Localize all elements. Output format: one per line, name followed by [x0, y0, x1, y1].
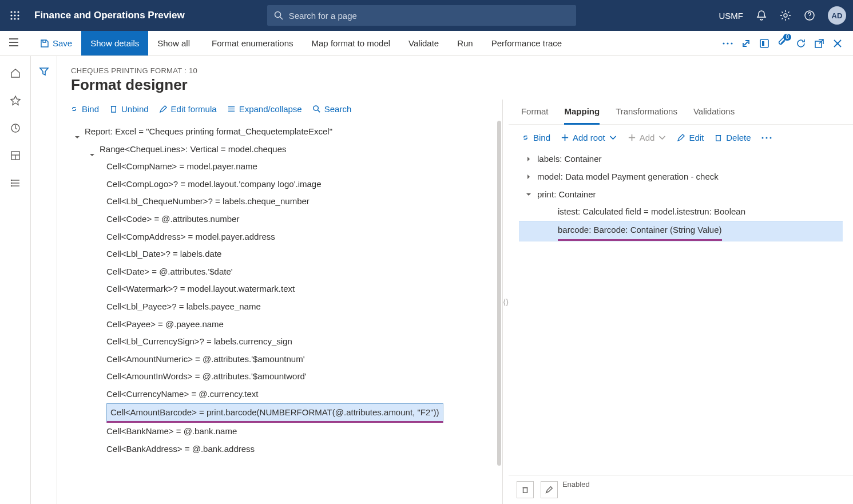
tree-search-button[interactable]: Search [312, 104, 352, 114]
mapping-node-model[interactable]: model: Data model Payment generation - c… [519, 168, 843, 186]
map-format-button[interactable]: Map format to model [303, 31, 400, 55]
office-icon[interactable] [759, 38, 769, 49]
svg-point-42 [314, 106, 318, 110]
add-button[interactable]: Add [628, 133, 667, 142]
tree-node-cell[interactable]: Cell<Date> = @.attributes.'$date' [70, 263, 495, 281]
search-placeholder: Search for a page [289, 11, 357, 21]
tree-node-cell[interactable]: Cell<Watermark>? = model.layout.watermar… [70, 280, 495, 298]
tree-node-cell[interactable]: Cell<Code> = @.attributes.number [70, 211, 495, 228]
tree-node-cell[interactable]: Cell<CompName> = model.payer.name [70, 158, 495, 176]
tree-node-root[interactable]: Report: Excel = "Cheques printing format… [70, 123, 495, 141]
edit-button[interactable]: Edit [677, 133, 704, 142]
mapping-toolbar: Bind Add root Add Edit [509, 125, 853, 147]
tree-node-cell[interactable]: Cell<CompLogo>? = model.layout.'company … [70, 176, 495, 193]
actionbar-right-icons: 0 [723, 31, 853, 55]
star-icon[interactable] [10, 95, 21, 106]
format-toolbar: Bind Unbind Edit formula Expand/collapse [57, 100, 502, 121]
expand-collapse-button[interactable]: Expand/collapse [227, 104, 302, 114]
mapping-node-print[interactable]: print: Container [519, 186, 843, 204]
bell-icon[interactable] [756, 10, 767, 21]
delete-button[interactable]: Delete [714, 133, 751, 142]
tree-node-range[interactable]: Range<ChequeLines>: Vertical = model.che… [70, 141, 495, 158]
tree-node-cell[interactable]: Cell<AmountNumeric> = @.attributes.'$amo… [70, 351, 495, 368]
tree-node-cell[interactable]: Cell<Lbl_ChequeNumber>? = labels.cheque_… [70, 193, 495, 211]
close-icon[interactable] [832, 38, 843, 49]
mapping-tree[interactable]: labels: Container model: Data model Paym… [509, 147, 853, 245]
show-all-button[interactable]: Show all [148, 31, 203, 55]
action-search-button[interactable] [571, 31, 589, 55]
tree-node-cell[interactable]: Cell<CompAddress> = model.payer.address [70, 228, 495, 246]
format-tree[interactable]: Report: Excel = "Cheques printing format… [57, 121, 502, 504]
filter-pane-toggle[interactable] [31, 56, 57, 504]
validate-button[interactable]: Validate [399, 31, 448, 55]
svg-rect-37 [112, 106, 116, 112]
bind-button[interactable]: Bind [70, 104, 99, 114]
svg-point-19 [723, 42, 724, 44]
svg-point-34 [11, 180, 11, 181]
left-nav-rail [0, 56, 31, 504]
help-icon[interactable] [804, 10, 815, 21]
home-icon[interactable] [10, 68, 21, 79]
svg-point-2 [17, 11, 19, 13]
workspace-icon[interactable] [10, 150, 21, 161]
save-label: Save [53, 38, 72, 48]
tab-format[interactable]: Format [521, 104, 549, 124]
user-avatar[interactable]: AD [828, 6, 846, 25]
tree-node-cell[interactable]: Cell<BankAddress> = @.bank.address [70, 440, 495, 458]
show-all-label: Show all [157, 38, 190, 48]
property-bar: Enabled [509, 475, 853, 504]
svg-point-36 [11, 186, 11, 186]
delete-property-button[interactable] [517, 481, 534, 498]
mapping-node-barcode[interactable]: barcode: Barcode: Container (String Valu… [519, 221, 843, 241]
enabled-label: Enabled [562, 480, 590, 489]
scrollbar[interactable] [497, 121, 501, 466]
add-root-button[interactable]: Add root [561, 133, 617, 142]
edit-property-button[interactable] [541, 481, 558, 498]
tree-node-cell[interactable]: Cell<Lbl_CurrencySign>? = labels.currenc… [70, 333, 495, 351]
attachments-icon[interactable]: 0 [777, 37, 788, 49]
more-icon[interactable] [761, 137, 772, 139]
hamburger-icon[interactable] [8, 37, 19, 50]
svg-point-20 [727, 42, 728, 44]
edit-formula-button[interactable]: Edit formula [159, 104, 217, 114]
tree-node-cell[interactable]: Cell<BankName> = @.bank.name [70, 423, 495, 440]
svg-point-35 [11, 183, 11, 184]
company-code[interactable]: USMF [719, 11, 744, 21]
pane-splitter[interactable]: ⟨⟩ [503, 100, 509, 504]
tree-node-cell[interactable]: Cell<Lbl_Payee>? = labels.payee_name [70, 298, 495, 316]
tab-transformations[interactable]: Transformations [616, 104, 677, 124]
tree-node-cell[interactable]: Cell<CurrencyName> = @.currency.text [70, 386, 495, 403]
format-enumerations-button[interactable]: Format enumerations [203, 31, 303, 55]
refresh-icon[interactable] [796, 38, 806, 49]
modules-icon[interactable] [10, 177, 21, 189]
mapping-node-istest[interactable]: istest: Calculated field = model.istestr… [519, 203, 843, 221]
performance-trace-button[interactable]: Performance trace [482, 31, 571, 55]
show-details-label: Show details [90, 38, 139, 48]
tree-node-cell[interactable]: Cell<Payee> = @.payee.name [70, 316, 495, 334]
run-button[interactable]: Run [448, 31, 482, 55]
svg-point-11 [784, 14, 787, 17]
unbind-button[interactable]: Unbind [109, 104, 149, 114]
topnav-right: USMF AD [719, 6, 847, 25]
save-button[interactable]: Save [31, 31, 81, 55]
mapping-bind-button[interactable]: Bind [521, 133, 550, 142]
app-launcher-icon[interactable] [7, 7, 23, 23]
gear-icon[interactable] [780, 10, 791, 21]
svg-point-7 [14, 18, 15, 19]
link-icon[interactable] [741, 38, 751, 49]
mapping-node-labels[interactable]: labels: Container [519, 150, 843, 168]
page-title: Format designer [57, 76, 853, 100]
tree-node-cell[interactable]: Cell<AmountInWords> = @.attributes.'$amo… [70, 368, 495, 386]
breadcrumb: CHEQUES PRINTING FORMAT : 10 [57, 56, 853, 76]
tree-node-selected[interactable]: Cell<AmountBarcode> = print.barcode(NUMB… [70, 403, 495, 423]
tree-node-cell[interactable]: Cell<Lbl_Date>? = labels.date [70, 245, 495, 263]
popout-icon[interactable] [814, 38, 824, 49]
clock-icon[interactable] [10, 122, 21, 134]
global-search[interactable]: Search for a page [267, 5, 576, 26]
more-icon[interactable] [723, 38, 733, 49]
tab-validations[interactable]: Validations [693, 104, 735, 124]
top-nav: Finance and Operations Preview Search fo… [0, 0, 853, 31]
tab-mapping[interactable]: Mapping [564, 104, 600, 125]
right-tabs: Format Mapping Transformations Validatio… [509, 100, 853, 125]
show-details-button[interactable]: Show details [81, 31, 148, 55]
